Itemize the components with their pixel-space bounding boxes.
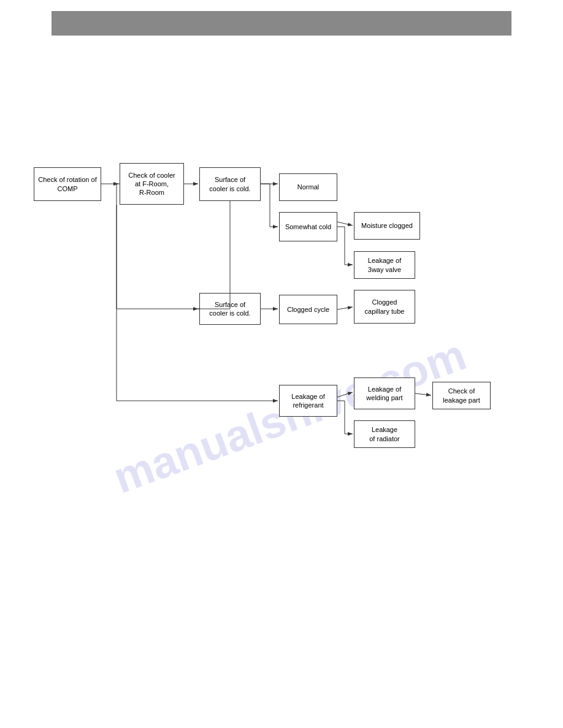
box-moisture-clogged: Moisture clogged xyxy=(354,212,420,240)
box-check-cooler: Check of coolerat F-Room,R-Room xyxy=(120,163,184,205)
box-clogged-cycle: Clogged cycle xyxy=(279,295,337,324)
box-leakage-radiator: Leakageof radiator xyxy=(354,420,415,448)
svg-line-4 xyxy=(337,222,353,226)
box-leakage-welding: Leakage ofwelding part xyxy=(354,377,415,409)
header-bar xyxy=(52,11,511,36)
box-leakage-refrigerant: Leakage ofrefrigerant xyxy=(279,385,337,417)
box-surface-cold-top: Surface ofcooler is cold. xyxy=(199,167,261,201)
box-somewhat-cold: Somewhat cold xyxy=(279,212,337,241)
box-normal: Normal xyxy=(279,173,337,201)
box-leakage-3way: Leakage of3way valve xyxy=(354,251,415,279)
diagram-area: manualshive.com Check of rotation of COM… xyxy=(0,72,563,728)
box-check-rotation: Check of rotation of COMP xyxy=(34,167,101,201)
box-check-leakage: Check ofleakage part xyxy=(432,382,491,409)
box-surface-cold-bottom: Surface ofcooler is cold. xyxy=(199,293,261,325)
svg-line-8 xyxy=(337,392,353,397)
svg-line-9 xyxy=(415,393,431,395)
svg-line-7 xyxy=(337,307,353,309)
box-clogged-capillary: Cloggedcapillary tube xyxy=(354,290,415,324)
